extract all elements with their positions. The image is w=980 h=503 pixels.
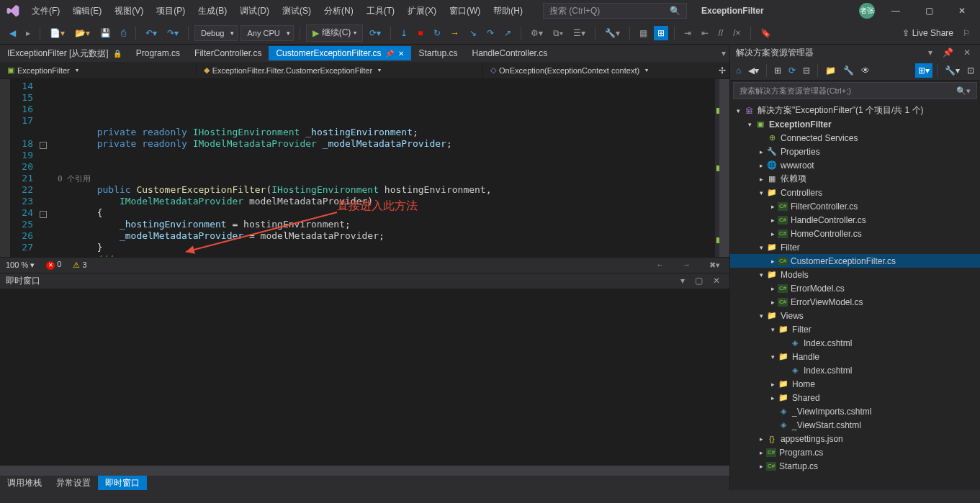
tree-node[interactable]: ▾🏛解决方案"ExceptionFilter"(1 个项目/共 1 个): [730, 104, 980, 117]
tree-toggle-icon[interactable]: ▾: [745, 121, 755, 128]
tree-node[interactable]: ▸C#ErrorModel.cs: [730, 281, 980, 295]
document-tab[interactable]: FilterController.cs: [187, 46, 269, 60]
config-dropdown[interactable]: Debug: [194, 25, 238, 41]
menu-item-工具[interactable]: 工具(T): [361, 2, 400, 20]
sol-showall-button[interactable]: 📁: [822, 63, 839, 78]
tree-toggle-icon[interactable]: ▾: [768, 353, 778, 361]
user-avatar[interactable]: 者张: [859, 3, 875, 19]
stack-frame-dropdown[interactable]: ☰▾: [570, 26, 589, 40]
indent-button[interactable]: ⇥: [680, 26, 695, 40]
nav-prev-button[interactable]: ←: [652, 258, 667, 271]
tree-node[interactable]: ▸C#ErrorViewModel.cs: [730, 295, 980, 309]
maximize-button[interactable]: ▢: [917, 3, 941, 19]
tree-toggle-icon[interactable]: ▸: [768, 285, 778, 292]
tree-toggle-icon[interactable]: ▸: [756, 449, 766, 456]
document-tab[interactable]: Startup.cs: [411, 46, 464, 60]
tree-toggle-icon[interactable]: ▸: [768, 299, 778, 306]
close-button[interactable]: ✕: [950, 3, 974, 19]
new-project-button[interactable]: 📄▾: [46, 26, 68, 40]
tree-node[interactable]: ◈Index.cshtml: [730, 363, 980, 377]
tree-toggle-icon[interactable]: ▾: [733, 107, 743, 114]
panel-maximize-button[interactable]: ▢: [691, 273, 706, 288]
global-search-input[interactable]: 搜索 (Ctrl+Q) 🔍: [543, 3, 687, 19]
open-button[interactable]: 📂▾: [71, 26, 94, 40]
tree-node[interactable]: ▸▦依赖项: [730, 172, 980, 186]
live-share-button[interactable]: ⇪ Live Share: [902, 28, 953, 38]
nav-project-dropdown[interactable]: ▣ ExceptionFilter: [0, 63, 197, 77]
nav-back-button[interactable]: ◀: [6, 26, 19, 40]
menu-item-视图[interactable]: 视图(V): [109, 2, 149, 20]
bookmark-button[interactable]: 🔖: [757, 26, 775, 40]
restart-button[interactable]: ↻: [430, 26, 444, 40]
tree-toggle-icon[interactable]: ▸: [768, 230, 778, 237]
sol-properties-button[interactable]: 🔧: [840, 63, 857, 78]
menu-item-生成[interactable]: 生成(B): [192, 2, 233, 20]
step-into-button[interactable]: ⤓: [397, 26, 411, 40]
horizontal-scrollbar[interactable]: [0, 466, 729, 476]
tree-node[interactable]: ▾📁Handle: [730, 350, 980, 363]
bottom-tab[interactable]: 异常设置: [49, 476, 98, 490]
sol-view-button[interactable]: ⊞▾: [915, 63, 932, 78]
stop-button[interactable]: ■: [414, 26, 426, 40]
menu-item-调试[interactable]: 调试(D): [234, 2, 275, 20]
tree-node[interactable]: ▸🔧Properties: [730, 145, 980, 158]
tree-node[interactable]: ▸C#FilterController.cs: [730, 199, 980, 213]
tree-toggle-icon[interactable]: ▸: [756, 435, 766, 443]
code-editor[interactable]: ➜ 14151617 18192021222324252627 28293031…: [0, 79, 729, 257]
tree-toggle-icon[interactable]: ▸: [756, 463, 766, 470]
next-statement-button[interactable]: →: [447, 26, 463, 40]
sol-close-button[interactable]: ✕: [960, 45, 974, 60]
tree-node[interactable]: ▸C#CustomerExceptionFilter.cs: [730, 254, 980, 268]
step-over-button[interactable]: ↷: [483, 26, 498, 40]
tree-node[interactable]: ▾📁Filter: [730, 240, 980, 254]
document-tab[interactable]: HandleController.cs: [465, 46, 555, 60]
nav-fwd-button[interactable]: ▸: [22, 26, 34, 40]
tree-node[interactable]: ◈Index.cshtml: [730, 336, 980, 350]
tree-node[interactable]: ▸📁Shared: [730, 391, 980, 404]
box1-button[interactable]: ▦: [636, 26, 651, 40]
clear-button[interactable]: ✖▾: [706, 258, 724, 272]
tree-toggle-icon[interactable]: ▾: [756, 312, 766, 320]
tree-node[interactable]: ▾📁Models: [730, 268, 980, 281]
tree-node[interactable]: ▾📁Views: [730, 309, 980, 322]
sol-home-button[interactable]: ⌂: [733, 63, 744, 78]
solution-tree[interactable]: ▾🏛解决方案"ExceptionFilter"(1 个项目/共 1 个)▾▣Ex…: [730, 101, 980, 490]
menu-item-测试[interactable]: 测试(S): [277, 2, 317, 20]
tree-node[interactable]: ▸C#HandleController.cs: [730, 213, 980, 227]
outdent-button[interactable]: ⇤: [698, 26, 712, 40]
tree-toggle-icon[interactable]: ▸: [768, 394, 778, 402]
pin-icon[interactable]: 📌: [385, 50, 394, 58]
tree-node[interactable]: ◈_ViewStart.cshtml: [730, 418, 980, 432]
tree-node[interactable]: ▾📁Filter: [730, 322, 980, 336]
sol-preview-button[interactable]: 👁: [858, 63, 873, 78]
nav-next-button[interactable]: →: [679, 258, 694, 271]
sol-back-button[interactable]: ◀▾: [745, 63, 762, 78]
tree-toggle-icon[interactable]: ▸: [768, 258, 778, 265]
refresh-button[interactable]: ⟳▾: [366, 26, 385, 40]
menu-item-窗口[interactable]: 窗口(W): [444, 2, 486, 20]
vertical-scrollbar[interactable]: [719, 79, 729, 257]
tree-toggle-icon[interactable]: ▸: [768, 381, 778, 388]
process-dropdown[interactable]: ⚙▾: [527, 26, 547, 40]
tree-node[interactable]: ▸📁Home: [730, 377, 980, 391]
tree-node[interactable]: ▾▣ExceptionFilter: [730, 117, 980, 131]
save-button[interactable]: 💾: [96, 26, 114, 40]
tree-toggle-icon[interactable]: ▸: [756, 176, 766, 183]
nav-class-dropdown[interactable]: ◆ ExceptionFilter.Filter.CustomerExcepti…: [197, 63, 483, 77]
feedback-button[interactable]: ⚐: [959, 26, 974, 40]
tree-toggle-icon[interactable]: ▸: [756, 162, 766, 169]
tree-node[interactable]: ⊕Connected Services: [730, 131, 980, 145]
sol-pin-button[interactable]: 📌: [939, 45, 957, 60]
uncomment-button[interactable]: /×: [729, 26, 744, 40]
platform-dropdown[interactable]: Any CPU: [240, 25, 293, 41]
tree-node[interactable]: ◈_ViewImports.cshtml: [730, 404, 980, 418]
tree-toggle-icon[interactable]: ▾: [756, 189, 766, 196]
sol-filter-button[interactable]: ⊡: [964, 63, 977, 78]
sol-dropdown-button[interactable]: ▾: [925, 45, 936, 60]
undo-button[interactable]: ↶▾: [142, 26, 161, 40]
tab-overflow-button[interactable]: ▾: [718, 46, 729, 60]
document-tab[interactable]: Program.cs: [129, 46, 187, 60]
tree-node[interactable]: ▾📁Controllers: [730, 186, 980, 199]
nav-member-dropdown[interactable]: ◇ OnException(ExceptionContext context): [483, 63, 715, 77]
save-all-button[interactable]: ⎙: [117, 26, 130, 40]
